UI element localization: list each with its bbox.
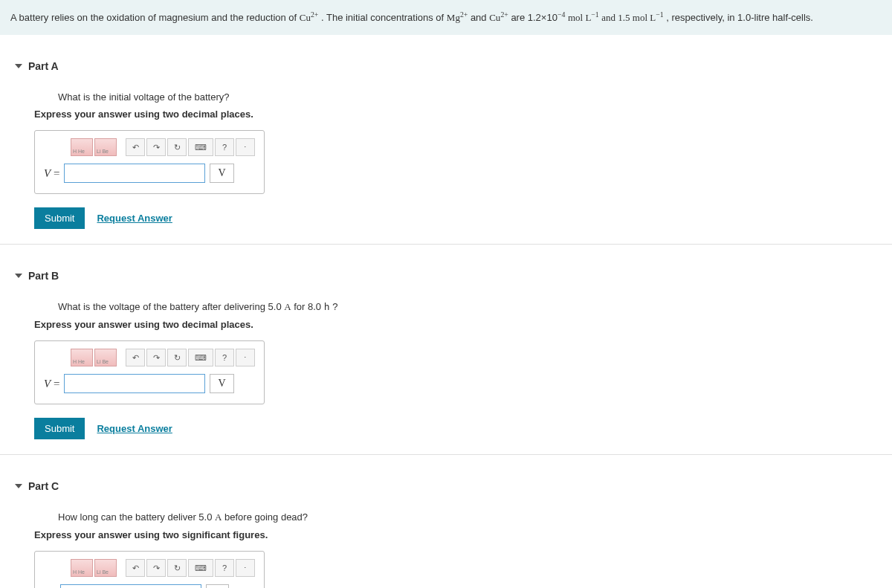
chevron-down-icon (15, 484, 22, 488)
submit-row-b: Submit Request Answer (34, 418, 858, 439)
answer-input-b[interactable] (64, 374, 205, 393)
part-b-question: What is the voltage of the battery after… (58, 301, 858, 313)
periodic-table-icon[interactable]: H He (71, 349, 93, 366)
help-icon[interactable]: ? (215, 559, 234, 577)
periodic-table-icon[interactable]: H He (71, 138, 93, 156)
answer-box-a: H He Li Be ↶ ↷ ↻ ⌨ ? ⋅ V = V (34, 130, 265, 194)
cu-charge-2: 2+ (500, 10, 508, 19)
periodic-table-icon[interactable]: H He (71, 559, 93, 577)
part-b-instruction: Express your answer using two decimal pl… (34, 319, 858, 330)
part-a-section: Part A What is the initial voltage of th… (0, 57, 892, 236)
undo-icon[interactable]: ↶ (126, 559, 145, 577)
reset-icon[interactable]: ↻ (167, 349, 187, 366)
problem-text: . The initial concentrations of (321, 12, 447, 23)
toolbar-b: H He Li Be ↶ ↷ ↻ ⌨ ? ⋅ (44, 349, 255, 366)
part-c-question: How long can the battery deliver 5.0 A b… (58, 511, 858, 523)
more-icon[interactable]: ⋅ (236, 559, 255, 577)
unit-c: h (206, 584, 228, 588)
part-c-title: Part C (28, 480, 59, 492)
unit-a: V (210, 164, 233, 183)
keyboard-icon[interactable]: ⌨ (188, 559, 213, 577)
redo-icon[interactable]: ↷ (146, 559, 166, 577)
toolbar-a: H He Li Be ↶ ↷ ↻ ⌨ ? ⋅ (44, 138, 255, 156)
part-b-body: What is the voltage of the battery after… (0, 285, 892, 447)
help-icon[interactable]: ? (215, 138, 234, 156)
exp-neg1: −1 (591, 10, 598, 19)
help-icon[interactable]: ? (215, 349, 234, 366)
part-a-title: Part A (28, 60, 59, 72)
reset-icon[interactable]: ↻ (167, 559, 187, 577)
exp-neg1-b: −1 (656, 10, 663, 19)
reset-icon[interactable]: ↻ (167, 138, 187, 156)
part-c-instruction: Express your answer using two significan… (34, 529, 858, 540)
redo-icon[interactable]: ↷ (146, 138, 166, 156)
cu-charge: 2+ (311, 10, 318, 19)
problem-text: A battery relies on the oxidation of mag… (10, 12, 300, 23)
answer-box-c: H He Li Be ↶ ↷ ↻ ⌨ ? ⋅ t = h (34, 551, 265, 588)
part-c-header[interactable]: Part C (0, 477, 892, 495)
mg-symbol: Mg (447, 12, 460, 23)
periodic-table-icon-2[interactable]: Li Be (94, 349, 117, 366)
unit-text: mol L (568, 12, 591, 23)
part-b-title: Part B (28, 270, 59, 282)
part-c-section: Part C How long can the battery deliver … (0, 477, 892, 588)
submit-button-b[interactable]: Submit (34, 418, 85, 439)
periodic-table-icon-2[interactable]: Li Be (94, 138, 117, 156)
chevron-down-icon (15, 274, 22, 278)
answer-input-a[interactable] (64, 164, 205, 183)
cu-symbol-2: Cu (489, 12, 500, 23)
mg-charge: 2+ (460, 10, 468, 19)
answer-input-c[interactable] (60, 584, 201, 588)
request-answer-link-b[interactable]: Request Answer (97, 423, 172, 434)
problem-statement: A battery relies on the oxidation of mag… (0, 0, 892, 35)
part-a-question: What is the initial voltage of the batte… (58, 91, 858, 103)
part-b-section: Part B What is the voltage of the batter… (0, 267, 892, 447)
keyboard-icon[interactable]: ⌨ (188, 349, 213, 366)
toolbar-c: H He Li Be ↶ ↷ ↻ ⌨ ? ⋅ (44, 559, 255, 577)
problem-text: are 1.2×10 (511, 12, 558, 23)
exp-neg4: −4 (558, 10, 565, 19)
answer-box-b: H He Li Be ↶ ↷ ↻ ⌨ ? ⋅ V = V (34, 340, 265, 404)
part-b-header[interactable]: Part B (0, 267, 892, 285)
problem-text: , respectively, in 1.0-litre half-cells. (666, 12, 813, 23)
answer-row-c: t = h (44, 584, 255, 588)
request-answer-link-a[interactable]: Request Answer (97, 213, 172, 224)
cu-symbol: Cu (300, 12, 311, 23)
divider (0, 454, 892, 455)
submit-button-a[interactable]: Submit (34, 207, 85, 229)
answer-row-b: V = V (44, 374, 255, 393)
var-label-a: V = (44, 167, 59, 180)
part-a-body: What is the initial voltage of the batte… (0, 75, 892, 236)
chevron-down-icon (15, 64, 22, 68)
var-label-b: V = (44, 378, 59, 390)
keyboard-icon[interactable]: ⌨ (188, 138, 213, 156)
answer-row-a: V = V (44, 164, 255, 183)
periodic-table-icon-2[interactable]: Li Be (94, 559, 117, 577)
unit-text: and 1.5 mol L (601, 12, 656, 23)
redo-icon[interactable]: ↷ (146, 349, 166, 366)
unit-b: V (210, 374, 233, 393)
more-icon[interactable]: ⋅ (236, 349, 255, 366)
more-icon[interactable]: ⋅ (236, 138, 255, 156)
divider (0, 244, 892, 245)
undo-icon[interactable]: ↶ (126, 138, 145, 156)
part-c-body: How long can the battery deliver 5.0 A b… (0, 495, 892, 588)
part-a-header[interactable]: Part A (0, 57, 892, 75)
undo-icon[interactable]: ↶ (126, 349, 145, 366)
submit-row-a: Submit Request Answer (34, 207, 858, 229)
part-a-instruction: Express your answer using two decimal pl… (34, 109, 858, 120)
problem-text: and (471, 12, 489, 23)
